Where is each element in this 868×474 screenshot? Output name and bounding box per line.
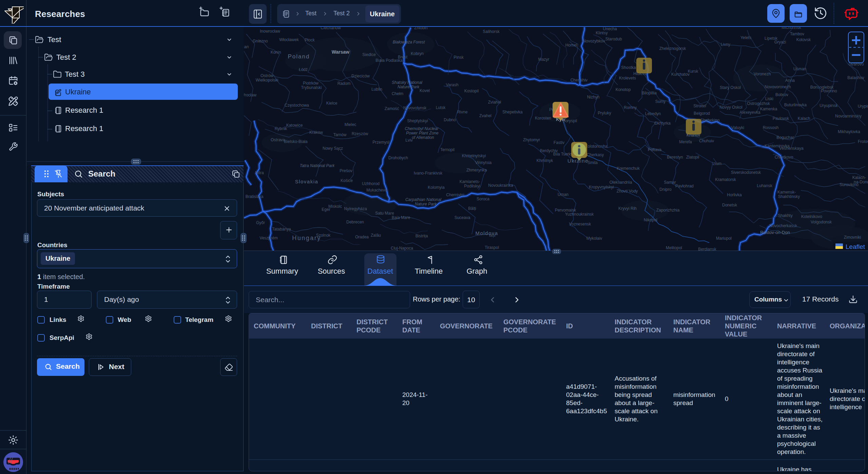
svg-text:Miskolc: Miskolc: [328, 204, 342, 209]
svg-text:Voronezh: Voronezh: [754, 72, 771, 76]
svg-text:Stroitel: Stroitel: [693, 104, 706, 108]
svg-text:Uman: Uman: [558, 192, 568, 197]
svg-text:Zlatopil: Zlatopil: [686, 155, 699, 160]
svg-text:Samar: Samar: [664, 180, 676, 185]
svg-text:Uzhhorod: Uzhhorod: [362, 181, 380, 186]
svg-text:Chernobyl Nuclear: Chernobyl Nuclear: [405, 126, 439, 131]
svg-text:Novovolynsk: Novovolynsk: [403, 106, 427, 110]
svg-text:Zvahel: Zvahel: [479, 113, 491, 118]
svg-text:Krakow: Krakow: [309, 130, 323, 135]
svg-text:Ciechanów: Ciechanów: [321, 27, 341, 30]
svg-text:Győr: Győr: [256, 220, 265, 225]
svg-text:Baia Mare: Baia Mare: [392, 215, 410, 220]
svg-text:Satu Mare: Satu Mare: [375, 211, 394, 216]
svg-text:Zhlobin: Zhlobin: [414, 27, 427, 30]
svg-text:Zhytomyr: Zhytomyr: [523, 138, 540, 142]
svg-text:Horlivka: Horlivka: [727, 193, 742, 197]
svg-text:Prešov: Prešov: [340, 168, 352, 173]
svg-text:Nature Park: Nature Park: [398, 85, 420, 89]
svg-text:Kovel: Kovel: [420, 88, 430, 93]
svg-text:Michurinsk: Michurinsk: [782, 27, 801, 30]
svg-text:Novocherkassk: Novocherkassk: [769, 223, 797, 228]
svg-text:Pavlovsk: Pavlovsk: [773, 116, 789, 121]
svg-text:Szolnok: Szolnok: [316, 233, 331, 238]
svg-text:Rivne: Rivne: [457, 110, 468, 114]
svg-text:Sheptytskyi: Sheptytskyi: [407, 118, 428, 123]
svg-text:Boryspil: Boryspil: [563, 118, 577, 123]
svg-text:Pryluky: Pryluky: [598, 111, 611, 115]
svg-text:Chernihiv: Chernihiv: [571, 78, 588, 83]
svg-text:Kolomyia: Kolomyia: [428, 185, 445, 190]
svg-text:Kamensk-: Kamensk-: [777, 190, 796, 195]
svg-text:Slovakia: Slovakia: [295, 179, 319, 184]
svg-text:Novozybkov: Novozybkov: [583, 39, 605, 43]
svg-text:Shepetivka: Shepetivka: [502, 110, 523, 114]
svg-text:Nyíregyháza: Nyíregyháza: [344, 206, 367, 211]
svg-text:Rossosh: Rossosh: [763, 125, 779, 130]
svg-text:Urypinsk: Urypinsk: [858, 104, 868, 109]
svg-text:Valuyki: Valuyki: [731, 125, 744, 130]
svg-text:Veszprém: Veszprém: [259, 236, 277, 240]
svg-text:Białowieża Forest: Białowieża Forest: [393, 40, 425, 44]
svg-text:Fastiv: Fastiv: [554, 140, 564, 145]
svg-text:Bielsko-Biała: Bielsko-Biała: [284, 139, 308, 144]
svg-text:Yuzhnoukrainsk: Yuzhnoukrainsk: [565, 212, 594, 217]
svg-text:Podilskyi: Podilskyi: [464, 184, 480, 188]
svg-text:Siedlce: Siedlce: [362, 52, 376, 57]
svg-text:Bălți: Bălți: [468, 206, 476, 211]
svg-text:Belgorod: Belgorod: [694, 111, 710, 116]
svg-text:Poland: Poland: [288, 53, 310, 60]
svg-text:Dzieciców: Dzieciców: [351, 74, 370, 78]
svg-text:Volgodonsk: Volgodonsk: [811, 220, 832, 224]
svg-text:Częstochowa: Częstochowa: [285, 103, 309, 108]
svg-text:Power Plant Zone: Power Plant Zone: [406, 131, 439, 135]
svg-text:Inowrocław: Inowrocław: [260, 29, 280, 34]
svg-text:Zalău: Zalău: [371, 233, 381, 238]
svg-text:Tatra National Park: Tatra National Park: [300, 163, 335, 168]
svg-text:Brest: Brest: [398, 55, 408, 59]
svg-text:Konotop: Konotop: [616, 87, 631, 92]
svg-text:Ostrava: Ostrava: [271, 138, 285, 142]
svg-text:Suceava: Suceava: [455, 215, 470, 220]
svg-text:Berdiansk: Berdiansk: [698, 247, 716, 251]
svg-text:Płock: Płock: [305, 38, 315, 42]
svg-text:Carpathian National: Carpathian National: [405, 197, 441, 202]
svg-text:Kalach: Kalach: [798, 116, 810, 121]
svg-text:Kalach-: Kalach-: [852, 175, 866, 180]
svg-text:Tarnów: Tarnów: [333, 132, 347, 137]
svg-text:Chernivtsi: Chernivtsi: [446, 193, 464, 197]
svg-text:Melitopol: Melitopol: [666, 245, 682, 250]
svg-text:Kamianets-: Kamianets-: [460, 179, 480, 184]
svg-text:Zheleznogorsk: Zheleznogorsk: [659, 46, 687, 51]
svg-text:Rostov-on-Don: Rostov-on-Don: [760, 230, 790, 235]
svg-text:Dubno: Dubno: [444, 117, 456, 122]
svg-text:Zimovniki: Zimovniki: [844, 235, 861, 240]
svg-text:Usman: Usman: [793, 67, 806, 71]
svg-text:Mariupol: Mariupol: [716, 236, 732, 241]
svg-text:Lutsk: Lutsk: [436, 105, 446, 110]
svg-text:Ostrów: Ostrów: [261, 73, 273, 78]
svg-text:Chertkovo: Chertkovo: [775, 155, 793, 160]
svg-text:Luhansk: Luhansk: [757, 183, 772, 188]
svg-text:Tambov: Tambov: [790, 32, 804, 36]
svg-text:Warsaw: Warsaw: [332, 49, 350, 55]
svg-text:Izium: Izium: [712, 161, 722, 166]
svg-text:Salihorsk: Salihorsk: [483, 29, 500, 34]
svg-text:Novoanninskiy: Novoanninskiy: [835, 114, 862, 118]
svg-text:Uryupinsk: Uryupinsk: [819, 103, 838, 108]
svg-text:Debrecen: Debrecen: [346, 220, 364, 224]
svg-text:Povorino: Povorino: [821, 89, 837, 93]
svg-text:Alexeyevka: Alexeyevka: [739, 110, 760, 115]
svg-text:Cherkasy: Cherkasy: [587, 152, 604, 157]
svg-text:Kobryn: Kobryn: [411, 51, 424, 56]
svg-text:Poltava: Poltava: [648, 147, 661, 152]
svg-text:Przemysl: Przemysl: [372, 140, 389, 145]
svg-text:Nikopol: Nikopol: [644, 218, 657, 222]
svg-text:Romny: Romny: [624, 105, 637, 110]
svg-text:Liski: Liski: [765, 96, 773, 101]
svg-text:Merefa: Merefa: [679, 140, 692, 144]
svg-text:Dnipro: Dnipro: [659, 187, 672, 192]
svg-text:Zaporizhzhia: Zaporizhzhia: [656, 208, 680, 213]
svg-text:Pinsk: Pinsk: [454, 55, 464, 60]
svg-text:Drohobych: Drohobych: [388, 156, 408, 160]
